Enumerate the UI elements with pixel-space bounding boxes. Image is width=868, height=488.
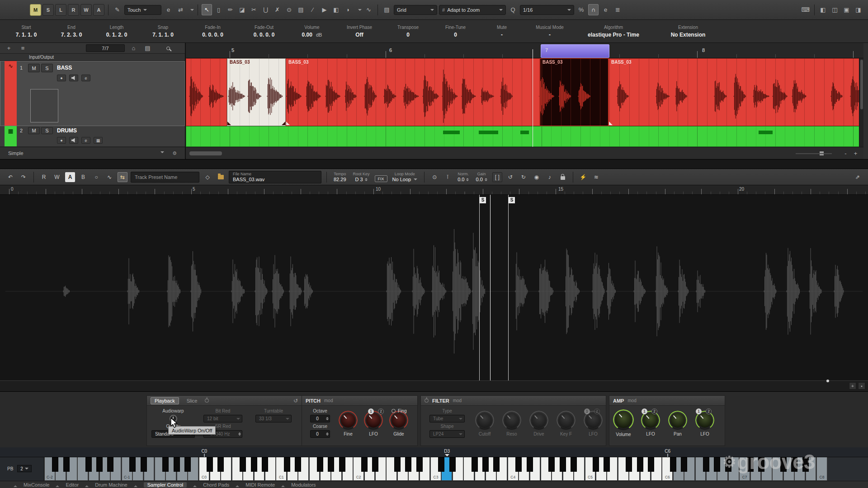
piano-key-black[interactable]	[515, 457, 522, 472]
knob-dial[interactable]	[366, 413, 381, 427]
info-field-fine-tune[interactable]: Fine-Tune0	[432, 20, 479, 42]
piano-key-black[interactable]	[714, 457, 720, 472]
normalize-field[interactable]: Norm. 0.0	[456, 171, 471, 183]
home-icon[interactable]: ⌂	[128, 42, 139, 54]
loop-playback-icon[interactable]: ↻	[519, 172, 528, 182]
mute-button[interactable]: M	[28, 64, 40, 72]
knob-dial[interactable]	[698, 413, 712, 427]
track-color-strip[interactable]: ∿	[5, 61, 17, 126]
audiowarp-mode-icon[interactable]: ⇆	[118, 172, 127, 182]
bottom-tab-sampler-control[interactable]: Sampler Control	[144, 482, 187, 488]
bottom-tab-chord-pads[interactable]: Chord Pads	[203, 482, 229, 488]
object-selection-tool[interactable]: ↖	[202, 4, 212, 15]
sample-zoom-strip[interactable]: + ▪	[0, 380, 868, 391]
piano-key-black[interactable]	[85, 457, 92, 472]
expand-zone-icon[interactable]: ⇗	[853, 172, 863, 182]
knob-dial[interactable]	[670, 413, 685, 427]
track-name[interactable]: DRUMS	[57, 127, 77, 134]
knob-drive[interactable]: Drive	[527, 408, 551, 436]
piano-key-black[interactable]	[129, 457, 136, 472]
piano-key-black[interactable]	[372, 457, 378, 472]
piano-key-black[interactable]	[571, 457, 577, 472]
feedback-caret[interactable]	[358, 9, 362, 13]
automation-functions-icon[interactable]: ⇄	[175, 4, 186, 15]
grid-type-select[interactable]: Grid	[394, 5, 437, 15]
write-automation-button[interactable]: W	[52, 172, 62, 182]
snap-on-off-icon[interactable]: ∩	[588, 4, 599, 15]
glue-tool[interactable]: ⋃	[260, 4, 271, 15]
coarse-stepper[interactable]: 0	[310, 430, 330, 438]
ab-setting-a-button[interactable]: A	[65, 172, 75, 182]
project-ruler[interactable]: 5 6 7 8	[186, 43, 863, 58]
mod-slot-2-badge[interactable]: 2	[706, 408, 712, 414]
filter-type-select[interactable]: Tube	[429, 415, 465, 422]
monitor-sample-icon[interactable]: ◉	[532, 172, 542, 182]
piano-key-black[interactable]	[472, 457, 478, 472]
info-field-invert-phase[interactable]: Invert PhaseOff	[335, 20, 384, 42]
zoom-in-icon[interactable]: +	[850, 149, 861, 158]
piano-key-black[interactable]	[141, 457, 147, 472]
comp-tool[interactable]: ▤	[296, 4, 306, 15]
bottom-tab-midi-remote[interactable]: MIDI Remote	[245, 482, 275, 488]
read-automation-button[interactable]: R	[39, 172, 49, 182]
mute-button[interactable]: M	[28, 127, 40, 134]
lower-zone-icon[interactable]: ◫	[830, 4, 840, 15]
track-visibility-counter[interactable]: 7/7	[86, 44, 125, 52]
search-track-icon[interactable]	[163, 42, 173, 54]
piano-key-black[interactable]	[174, 457, 180, 472]
zoom-v-icon[interactable]: ▪	[858, 382, 865, 389]
horizontal-scrollbar[interactable]: ◂ - +	[186, 147, 863, 159]
zone-setup-icon[interactable]: ◨	[853, 4, 863, 15]
knob-dial[interactable]	[559, 413, 573, 427]
knob-key-f[interactable]: Key F	[554, 408, 578, 436]
scrollbar-thumb[interactable]	[860, 60, 863, 109]
bass-audio-events-canvas[interactable]	[186, 58, 863, 126]
key-marker-d3[interactable]: D3	[444, 449, 450, 454]
knob-dial[interactable]	[615, 412, 632, 428]
sample-start-marker[interactable]: S	[479, 195, 480, 380]
project-playhead[interactable]	[533, 49, 533, 147]
filter-shape-select[interactable]: LP24	[429, 430, 465, 438]
track-preset-field[interactable]: Track Preset Name	[131, 172, 199, 183]
piano-key-black[interactable]	[317, 457, 323, 472]
piano-key-black[interactable]	[637, 457, 643, 472]
piano-key-black[interactable]	[405, 457, 411, 472]
erase-tool[interactable]: ◪	[237, 4, 247, 15]
automation-w-button[interactable]: W	[80, 4, 92, 16]
pitch-mod-label[interactable]: mod	[324, 398, 333, 403]
filter-power-icon[interactable]	[425, 399, 429, 403]
automation-a-button[interactable]: A	[93, 4, 104, 16]
knob-pan[interactable]: Pan	[665, 408, 690, 437]
info-field-musical-mode[interactable]: Musical Mode-	[524, 20, 575, 42]
gain-field[interactable]: Gain 0.0	[474, 171, 489, 183]
redo-icon[interactable]: ↷	[19, 172, 28, 182]
snap-zero-crossing-icon[interactable]: ⊺	[443, 172, 453, 182]
edit-channel-button[interactable]: e	[81, 137, 90, 144]
sample-waveform-canvas[interactable]	[5, 195, 863, 380]
scrollbar-thumb[interactable]	[189, 151, 222, 155]
info-field-algorithm[interactable]: Algorithmelastique Pro - Time	[575, 20, 652, 42]
piano-key-black[interactable]	[162, 457, 169, 472]
piano-key-black[interactable]	[339, 457, 345, 472]
vertical-scrollbar[interactable]	[859, 58, 863, 147]
piano-key-black[interactable]	[284, 457, 290, 472]
chevron-down-icon[interactable]	[160, 151, 164, 155]
turntable-select[interactable]: 33 1/3	[255, 415, 292, 422]
automation-l-button[interactable]: L	[55, 4, 66, 16]
octave-stepper[interactable]: 0	[310, 415, 330, 422]
track-presets-icon[interactable]: ≡	[18, 42, 28, 54]
track-settings-gear-icon[interactable]: ⚙	[172, 150, 177, 156]
tool-settings-icon[interactable]: ✎	[112, 4, 123, 15]
mod-slot-1-badge[interactable]: 1	[368, 408, 374, 414]
piano-key-black[interactable]	[240, 457, 246, 472]
monitor-button[interactable]	[69, 75, 78, 81]
loop-mode-field[interactable]: Loop Mode No Loop	[391, 171, 420, 183]
edit-channel-button[interactable]: e	[81, 75, 90, 81]
info-field-volume[interactable]: Volume0.00dB	[289, 20, 335, 42]
selected-range-highlight[interactable]	[541, 44, 609, 58]
piano-key-black[interactable]	[681, 457, 687, 472]
trim-range-icon[interactable]: [ ]	[492, 172, 502, 182]
info-field-length[interactable]: Length0. 1. 2. 0	[94, 20, 139, 42]
range-selection-tool[interactable]: ▯	[213, 4, 224, 15]
automation-s-button[interactable]: S	[42, 4, 54, 16]
